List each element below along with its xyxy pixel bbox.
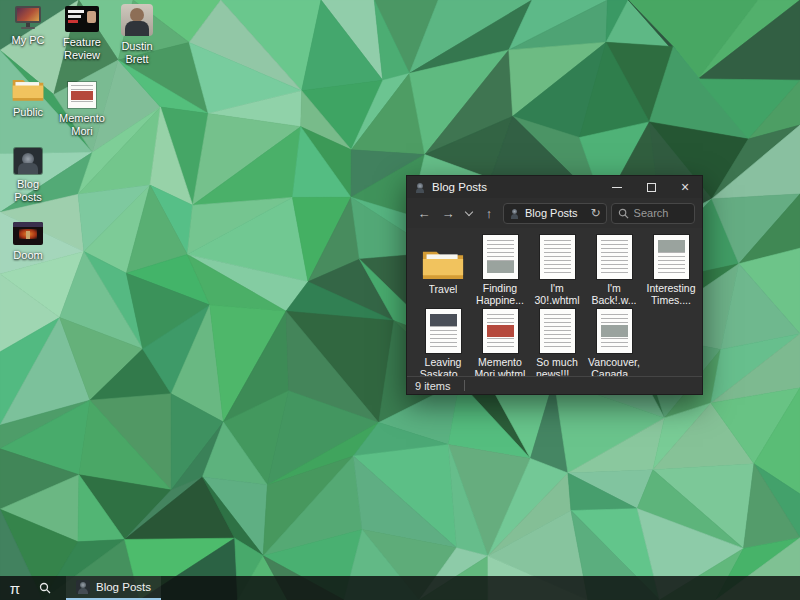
maximize-button[interactable] [634, 176, 668, 198]
minimize-button[interactable] [600, 176, 634, 198]
document-thumbnail-icon [483, 309, 518, 353]
start-button[interactable]: π [0, 576, 30, 600]
items-count: 9 items [415, 380, 450, 392]
file-name: Memento Mori.whtml [472, 356, 528, 376]
document-thumbnail-icon [540, 309, 575, 353]
maximize-icon [647, 183, 656, 192]
desktop-icon-label: Dustin Brett [112, 40, 162, 65]
taskbar-app-blog-posts[interactable]: Blog Posts [66, 576, 161, 600]
recent-locations-button[interactable] [462, 202, 475, 224]
file-name: Vancouver, Canada... [586, 356, 642, 376]
search-input[interactable] [634, 207, 688, 219]
pi-logo-icon: π [10, 581, 20, 596]
desktop-icon-label: Doom [13, 249, 42, 262]
file-item-travel[interactable]: Travel [415, 234, 471, 306]
close-icon: × [681, 180, 689, 194]
desktop-icon-label: Blog Posts [2, 178, 54, 203]
address-text: Blog Posts [525, 207, 586, 219]
blog-posts-icon [509, 208, 520, 219]
file-item[interactable]: Finding Happine... [472, 234, 528, 306]
search-bar [611, 203, 695, 224]
file-name: I'm Back!.w... [586, 282, 642, 306]
desktop-icon-feature-review[interactable]: Feature Review [57, 6, 107, 61]
window-title: Blog Posts [432, 181, 600, 193]
desktop-icon-public[interactable]: Public [2, 76, 54, 119]
desktop-icon-label: Public [13, 106, 43, 119]
document-thumbnail-icon [654, 235, 689, 279]
file-grid: Travel Finding Happine... I'm 30!.whtml … [407, 228, 702, 376]
file-item[interactable]: So much news!!!... [529, 308, 585, 376]
up-icon: ↑ [486, 206, 493, 221]
document-thumbnail-icon [483, 235, 518, 279]
blog-posts-icon [414, 181, 426, 193]
search-icon [39, 582, 51, 594]
address-bar[interactable]: Blog Posts ↻ [503, 203, 607, 224]
up-button[interactable]: ↑ [479, 202, 499, 224]
dark-photo-icon [14, 148, 42, 174]
refresh-icon[interactable]: ↻ [591, 206, 601, 220]
minimize-icon [612, 187, 622, 188]
search-icon [618, 208, 629, 219]
window-titlebar[interactable]: Blog Posts × [407, 176, 702, 198]
desktop-icon-blog-posts[interactable]: Blog Posts [2, 148, 54, 203]
file-item[interactable]: Vancouver, Canada... [586, 308, 642, 376]
game-thumbnail-icon [13, 222, 43, 245]
image-thumbnail-icon [68, 82, 96, 108]
file-item[interactable]: I'm 30!.whtml [529, 234, 585, 306]
desktop-icon-doom[interactable]: Doom [4, 222, 52, 262]
back-icon: ← [418, 206, 431, 221]
desktop-icon-dustin-brett[interactable]: Dustin Brett [112, 4, 162, 65]
file-name: I'm 30!.whtml [529, 282, 585, 306]
navigation-bar: ← → ↑ Blog Posts ↻ [407, 198, 702, 228]
file-name: Leaving Saskato... [415, 356, 471, 376]
person-photo-icon [121, 4, 153, 36]
desktop-icon-my-pc[interactable]: My PC [4, 6, 52, 47]
file-item[interactable]: Interesting Times.... [643, 234, 699, 306]
file-item[interactable]: Leaving Saskato... [415, 308, 471, 376]
video-thumbnail-icon [65, 6, 99, 32]
file-name: So much news!!!... [529, 356, 585, 376]
file-explorer-window: Blog Posts × ← → ↑ Blog Posts ↻ [406, 175, 703, 395]
document-thumbnail-icon [426, 309, 461, 353]
file-item[interactable]: Memento Mori.whtml [472, 308, 528, 376]
document-thumbnail-icon [540, 235, 575, 279]
forward-icon: → [442, 206, 455, 221]
desktop-icon-label: Feature Review [57, 36, 107, 61]
file-name: Travel [429, 283, 458, 295]
back-button[interactable]: ← [414, 202, 434, 224]
taskbar-search-button[interactable] [30, 576, 60, 600]
folder-icon [422, 247, 464, 280]
document-thumbnail-icon [597, 235, 632, 279]
file-item[interactable]: I'm Back!.w... [586, 234, 642, 306]
document-thumbnail-icon [597, 309, 632, 353]
file-name: Finding Happine... [472, 282, 528, 306]
blog-posts-icon [76, 580, 90, 594]
desktop-icon-memento-mori[interactable]: Memento Mori [57, 82, 107, 137]
status-divider [464, 380, 465, 391]
status-bar: 9 items [407, 376, 702, 394]
file-name: Interesting Times.... [643, 282, 699, 306]
desktop-icon-label: Memento Mori [57, 112, 107, 137]
desktop-icon-label: My PC [12, 34, 45, 47]
computer-icon [15, 6, 41, 30]
forward-button[interactable]: → [438, 202, 458, 224]
taskbar-app-label: Blog Posts [96, 581, 151, 593]
desktop: My PC Feature Review Dustin Brett Public… [0, 0, 800, 600]
taskbar: π Blog Posts [0, 576, 800, 600]
chevron-down-icon [464, 207, 472, 215]
folder-icon [12, 76, 44, 102]
close-button[interactable]: × [668, 176, 702, 198]
